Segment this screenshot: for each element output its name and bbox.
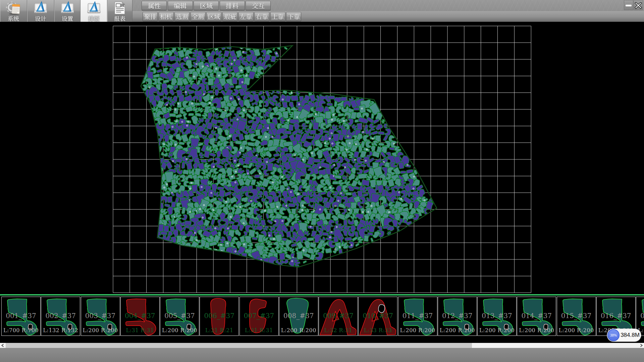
parts-strip: 001_#37L:700 R:700002_#37L:132 R:132003_… bbox=[0, 296, 644, 337]
tool-item-label bbox=[272, 14, 284, 20]
tool-item-snap-up[interactable]: 上靠 bbox=[270, 12, 285, 21]
part-cell[interactable]: 002_#37L:132 R:132 bbox=[41, 297, 80, 336]
nav-tab-label bbox=[35, 16, 46, 21]
progress-percent: 38% bbox=[610, 334, 617, 337]
part-counts: L:200 R:200 bbox=[81, 327, 120, 334]
part-cell[interactable]: 010_#37L:33 R:33 bbox=[358, 297, 397, 336]
triangle-ruler-icon bbox=[87, 1, 101, 15]
progress-circle: 38% bbox=[607, 329, 620, 341]
menu-item-label bbox=[148, 3, 161, 9]
menu-item-label bbox=[252, 3, 265, 9]
part-title: 009_#37 bbox=[319, 312, 358, 320]
nesting-canvas-svg bbox=[0, 22, 644, 295]
chevron-right-icon bbox=[640, 344, 643, 347]
menu-item-label bbox=[174, 3, 186, 9]
nav-tab-label-text: 设计 bbox=[27, 0, 28, 0]
part-cell[interactable]: 015_#37L:200 R:200 bbox=[557, 297, 596, 336]
part-counts: L:21 R:21 bbox=[200, 327, 238, 334]
part-cell[interactable]: 013_#37L:200 R:200 bbox=[477, 297, 517, 336]
close-icon bbox=[634, 1, 642, 9]
part-counts: L:33 R:33 bbox=[359, 327, 397, 334]
menu-item-properties[interactable]: 属性 bbox=[142, 1, 167, 10]
part-cell[interactable]: 007_#37L:31 R:31 bbox=[239, 297, 279, 336]
triangle-ruler-icon bbox=[33, 1, 48, 15]
scroll-right-arrow[interactable] bbox=[639, 343, 644, 348]
report-doc-icon bbox=[112, 1, 127, 15]
tool-item-snap-left[interactable]: 左靠 bbox=[238, 12, 254, 21]
part-cell[interactable]: 005_#37L:200 R:200 bbox=[160, 297, 199, 336]
scroll-left-arrow[interactable] bbox=[0, 343, 5, 348]
part-counts: L:200 R:200 bbox=[438, 327, 477, 334]
part-counts: L:32 R:31 bbox=[319, 327, 358, 334]
menu-item-nesting[interactable]: 排料 bbox=[220, 1, 245, 10]
part-cell[interactable]: 009_#37L:32 R:31 bbox=[319, 297, 358, 336]
part-cell[interactable]: 001_#37L:700 R:700 bbox=[1, 297, 41, 336]
part-title: 010_#37 bbox=[359, 312, 397, 320]
close-button[interactable] bbox=[634, 0, 643, 10]
nested-pieces[interactable] bbox=[130, 44, 434, 268]
menu-item-interact[interactable]: 交互 bbox=[246, 1, 271, 10]
part-title: 012_#37 bbox=[438, 312, 477, 320]
nav-tab-layout[interactable]: 排版 bbox=[80, 0, 107, 22]
tool-item-label bbox=[208, 14, 220, 20]
nav-tab-report[interactable]: 报表 bbox=[107, 0, 132, 22]
tool-item-label bbox=[192, 14, 204, 20]
chevron-left-icon bbox=[1, 344, 4, 347]
nav-tab-label bbox=[114, 16, 125, 21]
part-title: 007_#37 bbox=[240, 312, 278, 320]
tool-item-cut-all[interactable]: 全割 bbox=[191, 12, 206, 21]
part-cell[interactable]: 008_#37L:200 R:200 bbox=[279, 297, 318, 336]
part-title: 011_#37 bbox=[398, 312, 437, 320]
menu-item-label bbox=[226, 3, 238, 9]
nav-tab-label bbox=[62, 16, 73, 21]
nesting-canvas[interactable] bbox=[0, 22, 644, 295]
tool-item-select-cut[interactable]: 选割 bbox=[174, 12, 190, 21]
part-title: 008_#37 bbox=[279, 312, 318, 320]
tool-item-snap-down[interactable]: 下靠 bbox=[286, 12, 301, 21]
nav-tab-design[interactable]: 设计 bbox=[27, 0, 54, 22]
memory-badge: 38% 384.8M bbox=[607, 329, 641, 342]
part-title: 016_#37 bbox=[597, 312, 635, 320]
minimize-icon bbox=[625, 4, 632, 7]
part-title: 017_#37 bbox=[636, 312, 644, 320]
part-title: 002_#37 bbox=[41, 312, 80, 320]
part-counts: L:700 R:700 bbox=[2, 327, 40, 334]
horizontal-scrollbar[interactable] bbox=[0, 343, 644, 348]
part-counts: L:200 R:200 bbox=[160, 327, 199, 334]
part-cell[interactable]: 011_#37L:200 R:200 bbox=[398, 297, 437, 336]
part-counts: L:31 R:31 bbox=[121, 327, 159, 334]
part-counts: L:31 R:31 bbox=[240, 327, 278, 334]
tool-item-camera[interactable]: 相机 bbox=[159, 12, 174, 21]
menu-item-edit[interactable]: 编辑 bbox=[168, 1, 193, 10]
menu-item-label bbox=[200, 3, 213, 9]
part-cell[interactable]: 012_#37L:200 R:200 bbox=[438, 297, 477, 336]
tool-item-label bbox=[224, 14, 236, 20]
status-bar bbox=[0, 348, 644, 362]
part-title: 006_#37 bbox=[200, 312, 238, 320]
minimize-button[interactable] bbox=[624, 0, 633, 10]
memory-value: 384.8M bbox=[621, 329, 639, 342]
tool-item-label bbox=[160, 14, 172, 20]
nav-tab-settings[interactable]: 设置 bbox=[54, 0, 80, 22]
part-cell[interactable]: 004_#37L:31 R:31 bbox=[120, 297, 160, 336]
part-title: 013_#37 bbox=[478, 312, 516, 320]
tool-item-defect[interactable]: 瑕疵 bbox=[222, 12, 237, 21]
part-title: 014_#37 bbox=[517, 312, 556, 320]
tool-item-snap-right[interactable]: 右靠 bbox=[254, 12, 269, 21]
part-cell[interactable]: 014_#37L:200 R:200 bbox=[517, 297, 556, 336]
nav-tab-label bbox=[88, 16, 100, 21]
part-title: 005_#37 bbox=[160, 312, 199, 320]
nav-tab-label bbox=[8, 16, 19, 21]
tool-item-cluster-nest[interactable]: 聚排 bbox=[143, 12, 158, 21]
part-counts: L:200 R:200 bbox=[398, 327, 437, 334]
part-counts: L:200 R:200 bbox=[517, 327, 556, 334]
part-cell[interactable]: 003_#37L:200 R:200 bbox=[81, 297, 120, 336]
scrollbar-thumb[interactable] bbox=[6, 343, 472, 348]
part-cell[interactable]: 006_#37L:21 R:21 bbox=[200, 297, 239, 336]
part-counts: L:200 R:200 bbox=[557, 327, 596, 334]
tool-item-region[interactable]: 区域 bbox=[206, 12, 221, 21]
menu-item-region[interactable]: 区域 bbox=[194, 1, 219, 10]
nav-tab-system[interactable]: 系统 bbox=[0, 0, 27, 22]
tool-item-label bbox=[176, 14, 188, 20]
parts-panel-separator-shadow bbox=[0, 296, 644, 296]
